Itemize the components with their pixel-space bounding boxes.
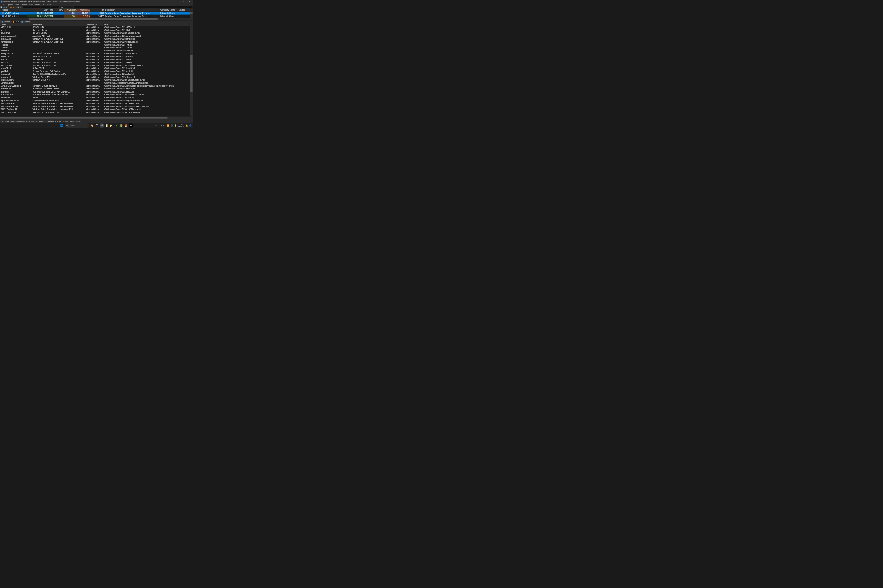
menu-users[interactable]: Users bbox=[34, 3, 41, 6]
refresh-icon[interactable]: ↻ bbox=[3, 6, 5, 8]
save-icon[interactable]: 💾 bbox=[0, 6, 3, 8]
tray-chevron-icon[interactable]: ^ bbox=[156, 124, 157, 126]
taskbar-search[interactable]: 🔍Search bbox=[65, 123, 89, 128]
menu-view[interactable]: View bbox=[14, 3, 20, 6]
column-cpu[interactable]: CPU bbox=[54, 9, 64, 12]
dll-row[interactable]: sechost.dll Host for SCM/SDDL/LSA Lookup… bbox=[0, 73, 193, 76]
kill-process-icon[interactable]: ✖ bbox=[15, 6, 17, 8]
tab-dlls[interactable]: DLLs bbox=[11, 21, 20, 23]
column-pid[interactable]: PID bbox=[90, 9, 105, 12]
find-window-icon[interactable]: ⊕ bbox=[20, 6, 22, 8]
titlebar[interactable]: Process Explorer - Sysinternals: www.sys… bbox=[0, 0, 193, 3]
io-graph-icon[interactable] bbox=[41, 6, 50, 8]
column-private-bytes[interactable]: Private By... bbox=[64, 9, 78, 12]
history-graph[interactable] bbox=[74, 6, 193, 8]
tab-threads[interactable]: Threads bbox=[20, 21, 31, 23]
minimize-button[interactable]: ─ bbox=[173, 0, 179, 3]
tray-language-icon[interactable]: ENG bbox=[161, 124, 165, 126]
dll-row[interactable]: msvcrt.dll Windows NT CRT DLL Microsoft … bbox=[0, 56, 193, 58]
tab-handles[interactable]: Handles bbox=[0, 21, 11, 23]
dll-vscrollbar[interactable] bbox=[191, 26, 193, 117]
column-description[interactable]: Description bbox=[105, 9, 160, 12]
taskbar-app-procexp[interactable]: 🔎 bbox=[100, 123, 104, 128]
windows-taskbar[interactable]: 🔍Search 🐴 🗔 🔎 📋 📁 ▼ 🦊 17 ^ ☁ ENG 📶 🔊 🔋 0… bbox=[0, 123, 193, 128]
dll-row[interactable]: WUDFPlatform.dll Windows Driver Foundati… bbox=[0, 108, 193, 111]
dll-row[interactable]: oleaut32.dll OLEAUT32.DLL Microsoft Corp… bbox=[0, 67, 193, 70]
dll-column-description[interactable]: Description bbox=[32, 23, 85, 26]
column-company[interactable]: Company Name bbox=[160, 9, 178, 12]
dll-row[interactable]: ole32.dll.mui Microsoft OLE for Windows … bbox=[0, 64, 193, 67]
process-tree-icon[interactable]: ☰ bbox=[8, 6, 10, 8]
dll-list[interactable]: gdi32full.dll GDI Client DLL Microsoft C… bbox=[0, 26, 193, 117]
dll-hscrollbar[interactable] bbox=[0, 117, 193, 119]
commit-graph-icon[interactable] bbox=[32, 6, 41, 8]
system-info-icon[interactable]: ▦ bbox=[5, 6, 8, 8]
dll-row[interactable]: SurfaceCFUOverHid.dll SurfaceCFUOverHid … bbox=[0, 85, 193, 88]
dll-row[interactable]: setupapi.dll Windows Setup API Microsoft… bbox=[0, 76, 193, 79]
tray-battery-icon[interactable]: 🔋 bbox=[174, 124, 176, 126]
dll-row[interactable]: ntdll.dll NT Layer DLL Microsoft Corp...… bbox=[0, 58, 193, 61]
taskbar-app-6[interactable]: ▼ bbox=[114, 123, 118, 128]
dll-row[interactable]: WppRecorderUM.dll "WppRecorderUM.DYNLINK… bbox=[0, 99, 193, 102]
taskbar-file-explorer[interactable]: 📁 bbox=[110, 123, 113, 128]
dll-row[interactable]: SortDefault.nls C:\Windows\Globalization… bbox=[0, 82, 193, 85]
dll-row[interactable]: setupapi.dll.mui Windows Setup API Micro… bbox=[0, 79, 193, 82]
find-icon[interactable]: 🔍 bbox=[18, 6, 20, 8]
menu-dll[interactable]: DLL bbox=[41, 3, 46, 6]
dll-column-company[interactable]: Company Na... bbox=[85, 23, 104, 26]
dll-row[interactable]: hid.dll Hid User Library Microsoft Corp.… bbox=[0, 29, 193, 32]
physical-graph-icon[interactable] bbox=[50, 6, 59, 8]
column-session[interactable]: Sessio bbox=[178, 9, 190, 12]
process-row[interactable]: WUDFHost.exe 07:02:01 5/8/2024 5,068 K 1… bbox=[0, 12, 193, 14]
maximize-button[interactable]: ❐ bbox=[179, 0, 186, 3]
dll-column-path[interactable]: Path bbox=[104, 23, 190, 26]
dll-row[interactable]: msvcp_win.dll Microsoft® C Runtime Libra… bbox=[0, 52, 193, 56]
show-dll-icon[interactable]: ▬ bbox=[10, 6, 12, 8]
dll-row[interactable]: WUDFHost.exe Windows Driver Foundation -… bbox=[0, 102, 193, 105]
tray-volume-icon[interactable]: 🔊 bbox=[170, 124, 173, 126]
menu-options[interactable]: Options bbox=[6, 3, 14, 6]
taskbar-chrome[interactable] bbox=[119, 123, 123, 128]
process-vscrollbar[interactable] bbox=[191, 12, 193, 18]
menu-find[interactable]: Find bbox=[28, 3, 34, 6]
dll-row[interactable]: hid.dll.mui Hid User Library Microsoft C… bbox=[0, 32, 193, 35]
process-row[interactable]: WUDFHost.exe 07:01:18 5/8/2024 2,568 K 8… bbox=[0, 15, 193, 18]
taskbar-app-4[interactable]: 📋 bbox=[105, 123, 108, 128]
dll-row[interactable]: kernel32.dll Windows NT BASE API Client … bbox=[0, 38, 193, 41]
taskbar-app-1[interactable]: 🐴 bbox=[90, 123, 94, 128]
column-start-time[interactable]: Start Time bbox=[27, 9, 54, 12]
dll-row[interactable]: user32.dll.mui Multi-User Windows USER A… bbox=[0, 93, 193, 96]
dll-row[interactable]: rpcrt4.dll Remote Procedure Call Runtime… bbox=[0, 70, 193, 73]
show-handles-icon[interactable]: ▬ bbox=[13, 6, 15, 8]
dll-row[interactable]: ucrtbase.dll Microsoft® C Runtime Librar… bbox=[0, 88, 193, 91]
column-working-set[interactable]: Working ... bbox=[78, 9, 90, 12]
dll-row[interactable]: locale.nls C:\Windows\System32\locale.nl… bbox=[0, 50, 193, 53]
process-hscrollbar[interactable] bbox=[0, 18, 193, 20]
start-button[interactable] bbox=[60, 123, 64, 128]
tray-clock[interactable]: 07:02 5/8/2024 bbox=[178, 124, 184, 127]
menu-help[interactable]: Help bbox=[46, 3, 52, 6]
dll-column-name[interactable]: Name bbox=[0, 23, 32, 26]
dll-row[interactable]: user32.dll Multi-User Windows USER API C… bbox=[0, 91, 193, 94]
taskbar-firefox[interactable]: 🦊 bbox=[124, 123, 128, 128]
dll-row[interactable]: win32u.dll Win32u Microsoft Corp... C:\W… bbox=[0, 96, 193, 100]
taskbar-app-9[interactable]: 17 bbox=[129, 123, 133, 128]
tray-copilot-icon[interactable]: 🌀 bbox=[189, 124, 191, 126]
dll-row[interactable]: l_intl.nls C:\Windows\System32\l_intl.nl… bbox=[0, 46, 193, 50]
dll-row[interactable]: kernel.appcore.dll AppModel API Host Mic… bbox=[0, 35, 193, 38]
filter-input[interactable] bbox=[60, 6, 73, 8]
tray-onedrive-icon[interactable]: ☁ bbox=[158, 124, 160, 126]
close-button[interactable]: ✕ bbox=[186, 0, 193, 3]
tray-notifications-icon[interactable]: 🔔 bbox=[185, 124, 188, 126]
taskbar-app-2[interactable]: 🗔 bbox=[95, 123, 99, 128]
process-list[interactable]: WUDFHost.exe 07:02:01 5/8/2024 5,068 K 1… bbox=[0, 12, 193, 18]
dll-row[interactable]: KernelBase.dll Windows NT BASE API Clien… bbox=[0, 41, 193, 44]
tray-wifi-icon[interactable]: 📶 bbox=[167, 124, 169, 126]
dll-row[interactable]: l_intl.nls C:\Windows\System32\l_intl.nl… bbox=[0, 44, 193, 46]
column-process[interactable]: Process bbox=[0, 9, 27, 12]
dll-row[interactable]: WUDFHost.exe.mui Windows Driver Foundati… bbox=[0, 105, 193, 108]
dll-row[interactable]: ole32.dll Microsoft OLE for Windows Micr… bbox=[0, 61, 193, 64]
dll-row[interactable]: WUDFx02000.dll WDF:UMDF Framework Librar… bbox=[0, 111, 193, 114]
menu-file[interactable]: File bbox=[1, 3, 6, 6]
cpu-graph-icon[interactable] bbox=[23, 6, 32, 8]
